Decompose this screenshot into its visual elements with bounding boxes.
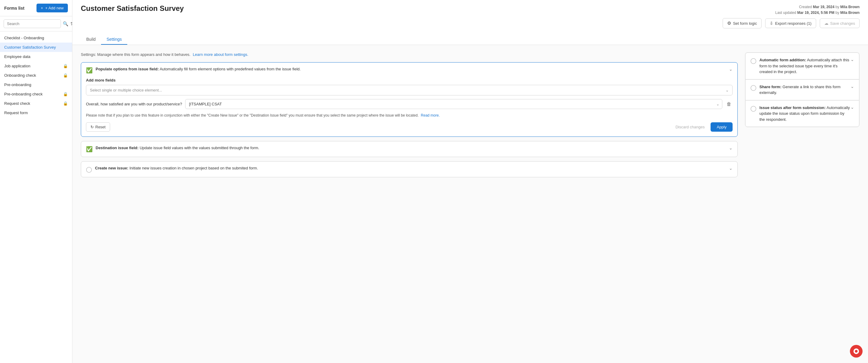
sidebar: Forms list + + Add new 🔍 ⇅ Checklist - O… <box>0 0 72 363</box>
apply-button[interactable]: Apply <box>711 122 733 132</box>
issue-status-card-text: Issue status after form submission: Auto… <box>760 105 850 122</box>
create-issue-card: ◯ Create new issue: Initiate new issues … <box>81 161 738 177</box>
add-new-button[interactable]: + + Add new <box>36 4 68 12</box>
field-select-wrap: [ITSAMPLE] CSAT ⌄ <box>185 99 722 109</box>
save-changes-button[interactable]: ☁ Save changes <box>820 19 860 28</box>
header-meta: Created Mar 19, 2024 by Mila Brown Last … <box>775 4 860 16</box>
sidebar-item-label: Pre-onboarding <box>4 82 31 87</box>
share-chevron-icon[interactable]: ⌄ <box>850 84 854 89</box>
issue-status-check-icon: ◯ <box>750 105 756 112</box>
choice-element-select[interactable]: Select single or multiple choice element… <box>86 85 733 95</box>
destination-issue-card: ✅ Destination issue field: Update issue … <box>81 141 738 157</box>
sidebar-item-label: Pre-onboarding check <box>4 92 42 96</box>
sidebar-title: Forms list <box>4 6 25 10</box>
export-responses-button[interactable]: ⇩ Export responses (1) <box>765 19 816 28</box>
search-icon: 🔍 <box>63 21 68 26</box>
destination-check-icon: ✅ <box>86 146 93 152</box>
populate-card-title: Populate options from issue field: Autom… <box>96 67 301 71</box>
destination-card-title: Destination issue field: Update issue fi… <box>96 145 259 150</box>
create-issue-chevron-icon[interactable]: ⌄ <box>729 166 733 171</box>
share-check-icon: ◯ <box>750 84 756 91</box>
settings-description: Settings: Manage where this form appears… <box>81 52 738 57</box>
lock-icon: 🔒 <box>63 64 68 68</box>
sidebar-item-checklist-onboarding[interactable]: Checklist - Onboarding <box>0 33 72 43</box>
populate-card-header[interactable]: ✅ Populate options from issue field: Aut… <box>81 62 737 78</box>
bottom-logo[interactable] <box>850 345 863 358</box>
populate-card-body: Add more fields Select single or multipl… <box>81 78 737 137</box>
create-issue-check-icon: ◯ <box>86 166 92 173</box>
search-icon-button[interactable]: 🔍 <box>63 21 68 27</box>
populate-chevron-icon[interactable]: ⌄ <box>729 67 733 72</box>
lock-icon: 🔒 <box>63 73 68 78</box>
choice-element-dropdown[interactable]: Select single or multiple choice element… <box>90 88 726 92</box>
field-mapping-row: Overall, how satisfied are you with our … <box>86 99 733 109</box>
sidebar-item-onboarding-check[interactable]: Onboarding check🔒 <box>0 71 72 80</box>
sidebar-header: Forms list + + Add new <box>0 0 72 16</box>
delete-field-button[interactable]: 🗑 <box>725 100 733 108</box>
sidebar-item-label: Customer Satisfaction Survey <box>4 45 56 50</box>
create-issue-card-title: Create new issue: Initiate new issues cr… <box>95 166 258 170</box>
field-question-label: Overall, how satisfied are you with our … <box>86 102 182 107</box>
lock-icon: 🔒 <box>63 101 68 106</box>
main-panel: Customer Satisfaction Survey Created Mar… <box>72 0 868 363</box>
share-card-text: Share form: Generate a link to share thi… <box>760 84 850 96</box>
sidebar-item-request-form[interactable]: Request form <box>0 108 72 117</box>
sidebar-item-label: Request check <box>4 101 30 106</box>
reset-button[interactable]: ↻ Reset <box>86 122 110 132</box>
card-footer: ↻ Reset Discard changes Apply <box>86 122 733 132</box>
export-icon: ⇩ <box>770 21 773 26</box>
sidebar-item-request-check[interactable]: Request check🔒 <box>0 99 72 108</box>
lock-icon: 🔒 <box>63 92 68 96</box>
sidebar-item-pre-onboarding[interactable]: Pre-onboarding <box>0 80 72 89</box>
automatic-check-icon: ◯ <box>750 57 756 64</box>
share-form-card[interactable]: ◯ Share form: Generate a link to share t… <box>745 79 859 100</box>
read-more-link[interactable]: Read more. <box>421 113 440 117</box>
add-more-label: Add more fields <box>86 78 733 82</box>
cloud-icon: ☁ <box>824 21 829 26</box>
sidebar-item-pre-onboarding-check[interactable]: Pre-onboarding check🔒 <box>0 89 72 99</box>
populate-options-card: ✅ Populate options from issue field: Aut… <box>81 62 738 137</box>
content-right: ◯ Automatic form addition: Automatically… <box>745 52 860 356</box>
populate-check-icon: ✅ <box>86 67 93 74</box>
logic-icon: ⚙ <box>727 21 731 26</box>
sidebar-item-employee-data[interactable]: Employee data <box>0 52 72 61</box>
sidebar-item-label: Onboarding check <box>4 73 36 78</box>
sidebar-item-customer-satisfaction-survey[interactable]: Customer Satisfaction Survey <box>0 43 72 52</box>
main-header-top: Customer Satisfaction Survey Created Mar… <box>81 4 860 31</box>
automatic-chevron-icon[interactable]: ⌄ <box>850 57 854 62</box>
issue-status-chevron-icon[interactable]: ⌄ <box>850 105 854 110</box>
discard-changes-button[interactable]: Discard changes <box>671 122 709 131</box>
main-header: Customer Satisfaction Survey Created Mar… <box>72 0 868 45</box>
automatic-card-text: Automatic form addition: Automatically a… <box>760 57 850 75</box>
header-actions: ⚙ Set form logic ⇩ Export responses (1) … <box>723 18 860 28</box>
create-issue-card-header[interactable]: ◯ Create new issue: Initiate new issues … <box>81 162 737 177</box>
page-title: Customer Satisfaction Survey <box>81 4 184 13</box>
main-content: Settings: Manage where this form appears… <box>72 45 868 363</box>
search-input[interactable] <box>4 19 61 28</box>
sidebar-item-label: Request form <box>4 111 28 115</box>
set-form-logic-button[interactable]: ⚙ Set form logic <box>723 18 761 28</box>
sidebar-item-label: Checklist - Onboarding <box>4 36 44 40</box>
reset-icon: ↻ <box>91 125 94 129</box>
destination-card-header[interactable]: ✅ Destination issue field: Update issue … <box>81 141 737 157</box>
sidebar-item-job-application[interactable]: Job application🔒 <box>0 61 72 71</box>
sidebar-item-label: Employee data <box>4 54 30 59</box>
search-row: 🔍 ⇅ <box>0 16 72 31</box>
select-chevron-icon: ⌄ <box>726 88 728 92</box>
field-value-select[interactable]: [ITSAMPLE] CSAT <box>185 99 722 109</box>
issue-status-card[interactable]: ◯ Issue status after form submission: Au… <box>745 100 859 127</box>
svg-point-1 <box>855 350 858 353</box>
content-left: Settings: Manage where this form appears… <box>81 52 738 356</box>
tab-settings[interactable]: Settings <box>101 34 127 45</box>
learn-more-link[interactable]: Learn more about form settings. <box>193 52 248 57</box>
add-icon: + <box>41 6 43 10</box>
note-text: Please note that if you plan to use this… <box>86 113 733 118</box>
destination-chevron-icon[interactable]: ⌄ <box>729 145 733 150</box>
sidebar-list: Checklist - OnboardingCustomer Satisfact… <box>0 31 72 363</box>
sidebar-item-label: Job application <box>4 64 30 68</box>
logo-icon <box>853 348 860 355</box>
automatic-form-card[interactable]: ◯ Automatic form addition: Automatically… <box>745 53 859 79</box>
tabs: Build Settings <box>81 34 860 45</box>
tab-build[interactable]: Build <box>81 34 101 45</box>
